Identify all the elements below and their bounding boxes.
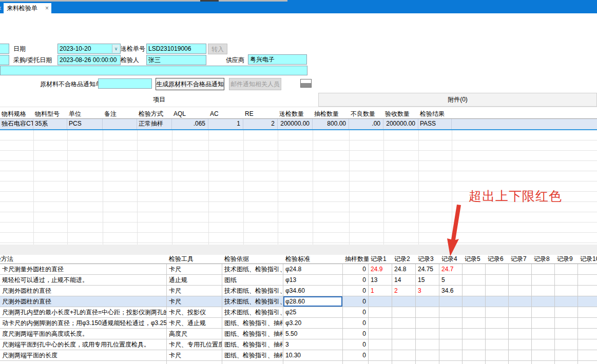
detail-cell[interactable]: 尺测两孔内壁的最小长度+孔的直径=中心距；投影仪测两孔的中心距 xyxy=(0,307,167,318)
detail-cell[interactable]: 13 xyxy=(369,275,392,286)
detail-cell[interactable] xyxy=(392,329,416,339)
items-col-header[interactable]: AC xyxy=(208,109,243,118)
detail-col-header[interactable]: 验方法 xyxy=(0,255,167,264)
detail-cell[interactable] xyxy=(486,339,509,350)
detail-cell[interactable] xyxy=(463,307,486,318)
detail-cell[interactable] xyxy=(555,318,578,329)
detail-cell[interactable] xyxy=(463,361,486,364)
detail-cell[interactable] xyxy=(392,307,416,318)
detail-cell[interactable]: 图纸、检验指引、抽样标 xyxy=(222,329,283,339)
detail-cell[interactable]: 技术图纸、检验指引、抽 xyxy=(222,264,283,275)
detail-col-header[interactable]: 检验标准 xyxy=(283,255,343,264)
detail-cell[interactable] xyxy=(532,296,555,307)
detail-cell[interactable] xyxy=(222,361,283,364)
detail-cell[interactable] xyxy=(578,361,597,364)
detail-cell[interactable] xyxy=(555,339,578,350)
detail-cell[interactable]: 高度尺 xyxy=(167,329,222,339)
document-tab[interactable]: 来料检验单 × xyxy=(4,3,51,13)
detail-cell[interactable] xyxy=(486,296,509,307)
items-col-header[interactable]: 物料规格 xyxy=(0,109,33,118)
detail-cell[interactable] xyxy=(439,307,463,318)
detail-cell[interactable] xyxy=(578,275,597,286)
items-col-header[interactable]: 抽检数量 xyxy=(313,109,349,118)
detail-cell[interactable] xyxy=(439,296,463,307)
detail-cell[interactable]: 15 xyxy=(416,275,439,286)
detail-cell[interactable]: 34.6 xyxy=(439,286,463,296)
detail-cell[interactable] xyxy=(369,307,392,318)
detail-cell[interactable] xyxy=(509,296,532,307)
detail-cell[interactable] xyxy=(463,296,486,307)
detail-cell[interactable] xyxy=(416,350,439,361)
detail-cell[interactable] xyxy=(509,264,532,275)
detail-cell[interactable] xyxy=(578,318,597,329)
detail-cell[interactable]: 卡尺测量外圆柱的直径 xyxy=(0,264,167,275)
items-col-header[interactable]: 送检数量 xyxy=(278,109,313,118)
detail-cell[interactable]: 图纸 xyxy=(222,275,283,286)
nav-back-icon[interactable]: ‹ xyxy=(0,3,2,13)
items-col-header[interactable]: 验收数量 xyxy=(383,109,418,118)
detail-cell[interactable]: 尺测外圆柱的直径 xyxy=(0,296,167,307)
detail-cell[interactable] xyxy=(532,275,555,286)
detail-col-header[interactable]: 检验工具 xyxy=(167,255,222,264)
detail-cell[interactable] xyxy=(283,361,343,364)
detail-cell[interactable]: 0 xyxy=(343,275,369,286)
detail-cell[interactable] xyxy=(578,339,597,350)
detail-cell[interactable]: 24.7 xyxy=(439,264,463,275)
detail-cell[interactable] xyxy=(486,318,509,329)
detail-cell[interactable]: 卡尺 xyxy=(167,296,222,307)
detail-cell[interactable] xyxy=(439,350,463,361)
detail-cell[interactable] xyxy=(369,361,392,364)
detail-cell[interactable] xyxy=(578,329,597,339)
detail-cell[interactable] xyxy=(392,318,416,329)
supplier-field[interactable]: 粤兴电子 xyxy=(248,54,307,65)
detail-cell[interactable] xyxy=(509,286,532,296)
detail-cell[interactable] xyxy=(392,339,416,350)
tab-attachments[interactable]: 附件(0) xyxy=(318,93,597,107)
detail-cell[interactable]: 24.75 xyxy=(416,264,439,275)
order-no-field[interactable]: LSD231019006 xyxy=(146,44,206,54)
items-cell[interactable]: .065 xyxy=(172,119,208,129)
items-col-header[interactable]: AQL xyxy=(172,109,208,118)
detail-cell[interactable] xyxy=(463,264,486,275)
detail-cell[interactable] xyxy=(509,275,532,286)
chevron-down-icon[interactable]: ∨ xyxy=(112,45,120,53)
detail-cell[interactable]: 0 xyxy=(343,329,369,339)
detail-cell[interactable]: 尺测两端平面的长度 xyxy=(0,350,167,361)
detail-cell[interactable] xyxy=(532,286,555,296)
detail-cell[interactable]: 0 xyxy=(343,264,369,275)
detail-cell[interactable]: 1 xyxy=(369,286,392,296)
detail-cell[interactable]: 技术图纸、检验指引、抽 xyxy=(222,286,283,296)
detail-cell[interactable] xyxy=(416,307,439,318)
detail-col-header[interactable]: 记录4 xyxy=(439,255,463,264)
detail-cell[interactable] xyxy=(532,329,555,339)
detail-col-header[interactable]: 记录1 xyxy=(369,255,392,264)
detail-cell[interactable]: 3 xyxy=(416,286,439,296)
detail-col-header[interactable]: 记录2 xyxy=(392,255,416,264)
detail-cell[interactable] xyxy=(439,318,463,329)
detail-cell[interactable]: 24.8 xyxy=(392,264,416,275)
detail-cell[interactable] xyxy=(463,318,486,329)
items-col-header[interactable]: 不良数量 xyxy=(349,109,383,118)
detail-cell[interactable]: 卡尺、专用孔位置度检 xyxy=(167,339,222,350)
detail-cell[interactable]: 0 xyxy=(343,339,369,350)
detail-cell[interactable] xyxy=(416,339,439,350)
detail-cell[interactable] xyxy=(343,361,369,364)
detail-col-header[interactable]: 记录9 xyxy=(555,255,578,264)
detail-cell[interactable] xyxy=(369,350,392,361)
detail-cell[interactable]: 10.30 xyxy=(283,350,343,361)
detail-cell[interactable] xyxy=(392,350,416,361)
detail-col-header[interactable]: 记录8 xyxy=(532,255,555,264)
detail-cell[interactable] xyxy=(369,318,392,329)
detail-cell[interactable] xyxy=(509,329,532,339)
detail-cell[interactable] xyxy=(578,350,597,361)
detail-cell[interactable] xyxy=(555,286,578,296)
items-cell[interactable]: 1 xyxy=(208,119,243,129)
left-clipped-field-2[interactable] xyxy=(0,55,9,65)
detail-cell[interactable]: 卡尺 xyxy=(167,350,222,361)
detail-cell[interactable] xyxy=(392,361,416,364)
items-cell[interactable]: PASS xyxy=(418,119,452,129)
detail-cell[interactable] xyxy=(555,264,578,275)
detail-cell[interactable]: 尺测外圆柱的直径 xyxy=(0,286,167,296)
detail-col-header[interactable]: 抽样数量 xyxy=(343,255,369,264)
detail-cell[interactable] xyxy=(532,339,555,350)
